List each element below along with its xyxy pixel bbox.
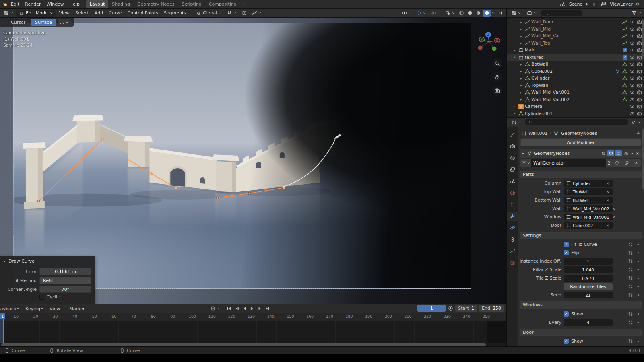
timeline-menu-view[interactable]: View <box>47 305 66 312</box>
next-keyframe-button[interactable] <box>256 305 263 312</box>
collapse-panel-icon[interactable] <box>3 259 6 263</box>
collection-checkbox[interactable]: ✓ <box>623 55 627 60</box>
shading-rendered-button[interactable] <box>483 10 491 17</box>
render-toggle[interactable] <box>623 150 630 156</box>
modifier-header[interactable]: GeometryNodes <box>520 149 642 158</box>
curve-data-icon[interactable] <box>622 26 627 32</box>
expand-arrow[interactable]: ▸ <box>512 111 517 115</box>
properties-tab-scene[interactable] <box>507 177 518 186</box>
close-icon[interactable] <box>611 206 617 212</box>
viewport-menu-segments[interactable]: Segments <box>161 10 189 16</box>
dot-icon[interactable] <box>635 311 641 317</box>
outliner-item-wall-door[interactable]: ▸Wall_Door <box>507 19 644 26</box>
randomize-tiles-button[interactable]: Randomize Tiles <box>564 283 613 290</box>
mesh-data-icon[interactable] <box>622 97 627 102</box>
checkbox-show[interactable]: ✓ <box>564 339 569 344</box>
corner-angle-field[interactable]: 70° <box>39 286 91 293</box>
proportional-editing-toggle[interactable] <box>239 10 248 16</box>
deco-grid-icon[interactable] <box>627 242 633 247</box>
breadcrumb-datablock[interactable]: GeometryNodes <box>561 131 597 136</box>
outliner-item-botwall[interactable]: ▸BotWall <box>507 61 644 68</box>
auto-keying-toggle[interactable] <box>209 305 216 312</box>
checkbox-show[interactable]: ✓ <box>564 311 569 317</box>
show-overlays-toggle[interactable] <box>429 10 442 16</box>
expand-arrow[interactable]: ▾ <box>512 55 517 59</box>
scrollbar-thumb[interactable] <box>1 343 486 346</box>
xray-toggle[interactable] <box>443 10 457 16</box>
timeline-track-area[interactable]: 1020304050607080901001101201301401501601… <box>0 313 506 347</box>
playhead-frame-label[interactable]: 1 <box>0 313 5 319</box>
workspace-tab-compositing[interactable]: Compositing <box>205 0 240 8</box>
checkbox-fit-to-curve[interactable]: ✓ <box>564 242 569 247</box>
eye-icon[interactable] <box>629 90 635 95</box>
curve-data-icon[interactable] <box>622 33 627 39</box>
dot-icon[interactable] <box>635 339 641 344</box>
eye-icon[interactable] <box>629 97 635 102</box>
outliner-item-main[interactable]: ▸Main✓ <box>507 47 644 54</box>
number-field-instance-index-off-[interactable]: 1 <box>564 258 613 265</box>
clock-icon[interactable] <box>448 306 453 311</box>
fit-method-select[interactable]: Refit <box>39 277 91 284</box>
collapse-toolbar-icon[interactable] <box>2 21 5 24</box>
error-field[interactable]: 0.1861 m <box>39 268 91 275</box>
dot-icon[interactable] <box>635 250 641 256</box>
workspace-tab-shading[interactable]: Shading <box>108 0 134 8</box>
object-field-door[interactable]: Cube.002 <box>564 222 613 229</box>
zoom-button[interactable] <box>492 58 502 68</box>
eye-icon[interactable] <box>629 104 635 109</box>
jump-end-button[interactable] <box>264 305 270 312</box>
filter-icon[interactable] <box>630 119 636 125</box>
number-field-tile-z-scale[interactable]: 0.970 <box>564 275 613 282</box>
jump-start-button[interactable] <box>225 305 232 312</box>
viewport-menu-add[interactable]: Add <box>92 10 106 16</box>
snap-toggle[interactable] <box>225 10 238 16</box>
eye-icon[interactable] <box>629 82 635 88</box>
object-field-top-wall[interactable]: TopWall <box>564 188 613 195</box>
outliner-item-wall-mid-var-001[interactable]: ▸Wall_Mid_Var.001 <box>507 89 644 96</box>
object-field-window[interactable]: Wall_Mid_Var.001 <box>564 214 613 220</box>
shading-wireframe-button[interactable] <box>458 10 465 17</box>
properties-tab-view-layer[interactable] <box>507 165 518 174</box>
panel-header-settings[interactable]: Settings <box>520 232 642 239</box>
deco-grid-icon[interactable] <box>627 250 633 256</box>
outliner-scrollbar[interactable] <box>642 19 644 56</box>
camera-icon[interactable] <box>636 82 642 88</box>
number-field-every[interactable]: 4 <box>564 319 613 326</box>
eye-icon[interactable] <box>629 62 635 67</box>
unlink-node-group-button[interactable] <box>632 159 641 167</box>
deco-grid-icon[interactable] <box>627 259 633 264</box>
new-view-layer-icon[interactable] <box>634 2 640 7</box>
expand-arrow[interactable]: ▸ <box>519 83 523 87</box>
node-group-name-field[interactable]: WallGenerator <box>531 159 606 167</box>
outliner-item-cylinder[interactable]: ▸Cylinder <box>507 75 644 82</box>
menu-edit[interactable]: Edit <box>8 1 22 8</box>
play-button[interactable] <box>248 305 255 312</box>
workspace-tab-layout[interactable]: Layout <box>86 0 108 8</box>
outliner-item-camera[interactable]: ▸Camera <box>507 103 644 110</box>
gizmo-x-label[interactable]: X <box>496 39 498 43</box>
keying-dropdown-icon[interactable] <box>217 307 221 311</box>
editor-type-button[interactable] <box>509 10 523 16</box>
eye-icon[interactable] <box>629 33 635 39</box>
panel-header-parts[interactable]: Parts <box>520 171 642 178</box>
panel-header-windows[interactable]: Windows <box>520 301 642 309</box>
deco-grid-icon[interactable] <box>627 267 633 273</box>
current-frame-field[interactable]: 1 <box>417 305 446 312</box>
properties-tab-world[interactable] <box>507 188 518 197</box>
expand-arrow[interactable]: ▸ <box>519 20 523 24</box>
properties-tab-data[interactable] <box>507 247 518 256</box>
object-field-bottom-wall[interactable]: BotWall <box>564 197 613 204</box>
proportional-falloff-dropdown[interactable] <box>250 10 263 16</box>
view-layer-selector[interactable]: ViewLayer <box>608 1 642 8</box>
object-field-column[interactable]: Cylinder <box>564 180 613 187</box>
curve-data-icon[interactable] <box>622 40 627 46</box>
timeline-menu-playback[interactable]: Playback <box>0 305 23 312</box>
expand-arrow[interactable]: ▸ <box>519 90 523 95</box>
camera-icon[interactable] <box>636 54 642 60</box>
expand-arrow[interactable]: ▸ <box>512 105 517 109</box>
breadcrumb-object[interactable]: Wall.001 <box>528 131 548 136</box>
eye-icon[interactable] <box>629 19 635 25</box>
workspace-tab-geometry-nodes[interactable]: Geometry Nodes <box>134 0 178 8</box>
camera-icon[interactable] <box>636 62 642 67</box>
cyclic-checkbox[interactable] <box>39 295 44 300</box>
